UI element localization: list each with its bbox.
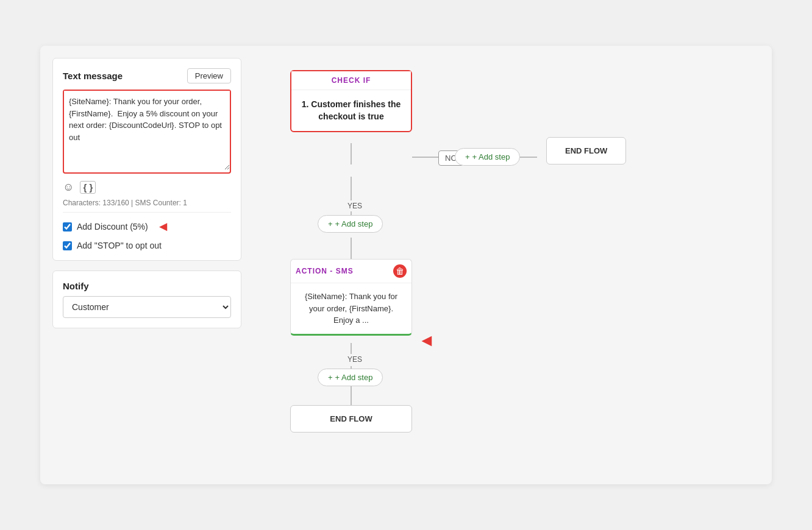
curly-braces-icon[interactable]: { } — [80, 181, 96, 194]
left-panel: Text message Preview ☺ { } Characters: 1… — [52, 58, 241, 472]
check-if-header: CHECK IF — [291, 71, 411, 90]
notify-select[interactable]: Customer Admin Both — [63, 296, 231, 318]
emoji-icon[interactable]: ☺ — [63, 181, 74, 194]
add-step-bottom-button[interactable]: + + Add step — [318, 369, 383, 386]
add-stop-checkbox[interactable] — [63, 241, 72, 250]
end-flow-right: END FLOW — [546, 137, 626, 164]
trash-icon: 🗑 — [396, 266, 404, 276]
plus-icon-no: + — [465, 152, 470, 161]
text-message-section: Text message Preview ☺ { } Characters: 1… — [52, 58, 241, 261]
notify-title: Notify — [63, 281, 231, 291]
action-sms-header: ACTION - SMS 🗑 — [291, 260, 411, 283]
add-discount-row: Add Discount (5%) ◄ — [63, 219, 231, 235]
section-title: Text message — [63, 71, 123, 81]
message-textarea[interactable] — [64, 91, 230, 170]
add-step-top-button[interactable]: + + Add step — [318, 215, 383, 233]
check-if-body: 1. Customer finishes the checkout is tru… — [291, 90, 411, 131]
action-sms-header-label: ACTION - SMS — [296, 267, 354, 275]
red-arrow-sms-icon: ◄ — [418, 331, 435, 350]
right-panel: CHECK IF 1. Customer finishes the checko… — [254, 58, 760, 472]
main-container: Text message Preview ☺ { } Characters: 1… — [40, 46, 772, 484]
preview-button[interactable]: Preview — [187, 68, 231, 83]
end-flow-bottom: END FLOW — [290, 405, 412, 433]
add-step-bottom-label: + Add step — [335, 373, 373, 382]
message-textarea-wrapper — [63, 90, 231, 174]
action-sms-body: {SiteName}: Thank you for your order, {F… — [291, 283, 411, 334]
flow-canvas: CHECK IF 1. Customer finishes the checko… — [254, 58, 760, 472]
add-step-top-label: + Add step — [335, 219, 373, 228]
add-stop-row: Add "STOP" to opt out — [63, 241, 231, 250]
add-stop-label: Add "STOP" to opt out — [77, 241, 162, 250]
plus-icon-bottom: + — [328, 373, 333, 382]
toolbar-row: ☺ { } — [63, 178, 231, 196]
add-discount-label: Add Discount (5%) — [77, 222, 148, 231]
plus-icon-top: + — [328, 219, 333, 228]
add-discount-checkbox[interactable] — [63, 222, 72, 231]
section-header: Text message Preview — [63, 68, 231, 83]
yes-label-top: YES — [344, 200, 366, 211]
char-counter: Characters: 133/160 | SMS Counter: 1 — [63, 196, 231, 213]
action-sms-node[interactable]: ACTION - SMS 🗑 {SiteName}: Thank you for… — [290, 259, 412, 336]
yes-label-bottom: YES — [344, 354, 366, 365]
notify-section: Notify Customer Admin Both — [52, 270, 241, 328]
red-arrow-discount-icon: ◄ — [157, 219, 170, 235]
delete-action-sms-button[interactable]: 🗑 — [393, 264, 407, 278]
check-if-node[interactable]: CHECK IF 1. Customer finishes the checko… — [290, 70, 412, 132]
add-step-no-button[interactable]: + + Add step — [455, 148, 520, 166]
add-step-no-label: + Add step — [472, 152, 510, 161]
